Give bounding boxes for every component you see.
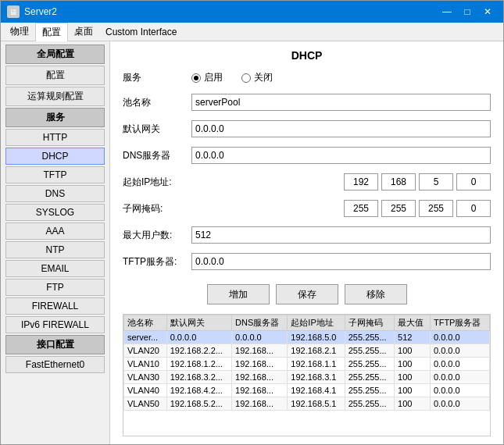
start-ip-4[interactable] — [456, 173, 491, 190]
table-cell: 255.255... — [345, 384, 394, 397]
minimize-button[interactable]: — — [438, 4, 456, 20]
table-cell: 192.168.4.2... — [166, 384, 231, 397]
service-row: 服务 启用 关闭 — [123, 71, 491, 84]
radio-enabled-circle[interactable] — [191, 73, 201, 83]
table-row[interactable]: VLAN30192.168.3.2...192.168...192.168.3.… — [124, 371, 490, 384]
subnet-4[interactable] — [456, 200, 491, 217]
subnet-2[interactable] — [381, 200, 416, 217]
pool-name-label: 池名称 — [123, 96, 185, 109]
table-cell: server... — [124, 331, 167, 344]
panel-title: DHCP — [123, 49, 491, 62]
start-ip-2[interactable] — [381, 173, 416, 190]
close-button[interactable]: ✕ — [478, 4, 497, 20]
table-cell: 255.255... — [345, 397, 394, 411]
sidebar-item-http[interactable]: HTTP — [5, 129, 105, 146]
sidebar-item-config[interactable]: 配置 — [5, 66, 105, 85]
table-row[interactable]: server...0.0.0.00.0.0.0192.168.5.0255.25… — [124, 331, 490, 344]
window-controls: — □ ✕ — [438, 4, 497, 20]
table-row[interactable]: VLAN10192.168.1.2...192.168...192.168.1.… — [124, 358, 490, 371]
subnet-1[interactable] — [344, 200, 378, 217]
start-ip-row: 起始IP地址: — [123, 173, 491, 190]
menu-item-physical[interactable]: 物理 — [4, 23, 35, 41]
menu-item-custom[interactable]: Custom Interface — [99, 24, 183, 40]
sidebar-item-ipv6firewall[interactable]: IPv6 FIREWALL — [5, 316, 105, 333]
table-cell: 192.168.3.1 — [288, 371, 345, 384]
table-row[interactable]: VLAN50192.168.5.2...192.168...192.168.5.… — [124, 397, 490, 411]
col-subnet: 子网掩码 — [345, 315, 394, 331]
max-users-label: 最大用户数: — [123, 229, 185, 242]
sidebar-item-syslog[interactable]: SYSLOG — [5, 204, 105, 221]
save-button[interactable]: 保存 — [276, 284, 338, 304]
subnet-3[interactable] — [419, 200, 453, 217]
add-button[interactable]: 增加 — [207, 284, 270, 304]
table-cell: VLAN20 — [124, 344, 167, 358]
remove-button[interactable]: 移除 — [345, 284, 407, 304]
sidebar-item-ntp[interactable]: NTP — [5, 241, 105, 258]
dhcp-table: 池名称 默认网关 DNS服务器 起始IP地址 子网掩码 最大值 TFTP服务器 … — [123, 315, 490, 411]
table-row[interactable]: VLAN40192.168.4.2...192.168...192.168.4.… — [124, 384, 490, 397]
col-tftp: TFTP服务器 — [430, 315, 489, 331]
table-cell: 192.168.5.1 — [288, 397, 345, 411]
default-gateway-input[interactable] — [191, 120, 491, 137]
table-cell: 192.168.3.2... — [166, 371, 231, 384]
maximize-button[interactable]: □ — [458, 4, 477, 20]
main-window: 🖥 Server2 — □ ✕ 物理 配置 桌面 Custom Interfac… — [0, 0, 504, 445]
table-cell: 192.168... — [232, 344, 288, 358]
sidebar-item-ftp[interactable]: FTP — [5, 279, 105, 296]
col-max: 最大值 — [395, 315, 431, 331]
sidebar-item-rules[interactable]: 运算规则配置 — [5, 87, 105, 106]
sidebar-item-global-config[interactable]: 全局配置 — [5, 44, 105, 64]
start-ip-inputs — [344, 173, 491, 190]
table-cell: VLAN50 — [124, 397, 167, 411]
table-cell: 0.0.0.0 — [232, 331, 288, 344]
table-cell: 192.168.5.2... — [166, 397, 231, 411]
table-cell: 192.168... — [232, 397, 288, 411]
menu-item-desktop[interactable]: 桌面 — [68, 23, 99, 41]
dns-input[interactable] — [191, 147, 491, 164]
table-row[interactable]: VLAN20192.168.2.2...192.168...192.168.2.… — [124, 344, 490, 358]
content-area: 全局配置 配置 运算规则配置 服务 HTTP DHCP TFTP DNS SYS… — [1, 41, 503, 444]
start-ip-1[interactable] — [344, 173, 378, 190]
sidebar-item-services[interactable]: 服务 — [5, 108, 105, 127]
sidebar-item-tftp[interactable]: TFTP — [5, 166, 105, 183]
sidebar-item-firewall[interactable]: FIREWALL — [5, 297, 105, 315]
menu-item-config[interactable]: 配置 — [35, 23, 68, 42]
table-cell: 192.168... — [232, 371, 288, 384]
table-cell: 255.255... — [345, 371, 394, 384]
table-cell: 100 — [395, 344, 431, 358]
radio-disabled-circle[interactable] — [241, 73, 251, 83]
radio-disabled[interactable]: 关闭 — [241, 71, 273, 84]
table-cell: 192.168.2.1 — [288, 344, 345, 358]
sidebar-item-aaa[interactable]: AAA — [5, 222, 105, 240]
max-users-input[interactable] — [191, 226, 491, 244]
radio-enabled[interactable]: 启用 — [191, 71, 223, 84]
tftp-input[interactable] — [191, 253, 491, 270]
title-bar-left: 🖥 Server2 — [7, 5, 57, 18]
pool-name-input[interactable] — [191, 94, 491, 111]
subnet-inputs — [344, 200, 491, 217]
max-users-row: 最大用户数: — [123, 226, 491, 244]
app-icon: 🖥 — [7, 5, 20, 18]
col-gateway: 默认网关 — [166, 315, 231, 331]
table-cell: 192.168... — [232, 358, 288, 371]
start-ip-3[interactable] — [419, 173, 453, 190]
col-pool: 池名称 — [124, 315, 167, 331]
title-bar: 🖥 Server2 — □ ✕ — [1, 1, 503, 23]
sidebar-item-fastethernet0[interactable]: FastEthernet0 — [5, 356, 105, 373]
dns-row: DNS服务器 — [123, 147, 491, 164]
table-cell: 255.255... — [345, 358, 394, 371]
table-cell: 0.0.0.0 — [430, 397, 489, 411]
table-cell: VLAN40 — [124, 384, 167, 397]
sidebar-item-dns[interactable]: DNS — [5, 185, 105, 202]
start-ip-label: 起始IP地址: — [123, 176, 172, 189]
table-cell: 0.0.0.0 — [166, 331, 231, 344]
sidebar: 全局配置 配置 运算规则配置 服务 HTTP DHCP TFTP DNS SYS… — [1, 41, 110, 444]
subnet-row: 子网掩码: — [123, 200, 491, 217]
table-cell: 0.0.0.0 — [430, 331, 489, 344]
col-startip: 起始IP地址 — [288, 315, 345, 331]
table-cell: 192.168.2.2... — [166, 344, 231, 358]
sidebar-item-email[interactable]: EMAIL — [5, 260, 105, 277]
radio-disabled-label: 关闭 — [254, 71, 273, 84]
sidebar-item-interface-config[interactable]: 接口配置 — [5, 335, 105, 354]
sidebar-item-dhcp[interactable]: DHCP — [5, 148, 105, 165]
